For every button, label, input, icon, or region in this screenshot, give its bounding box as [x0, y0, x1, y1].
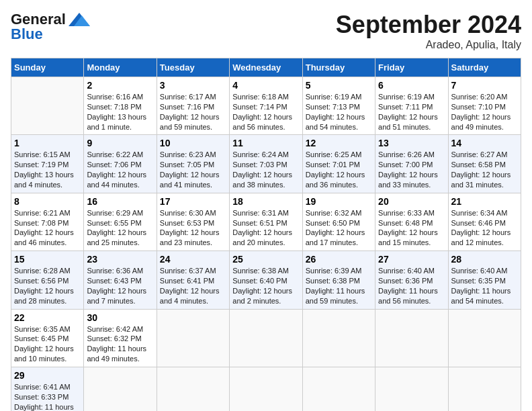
dow-monday: Monday [84, 58, 157, 77]
day-number: 1 [14, 138, 81, 148]
day-info: Sunrise: 6:16 AM Sunset: 7:18 PM Dayligh… [87, 92, 153, 132]
day-info: Sunrise: 6:27 AM Sunset: 6:58 PM Dayligh… [451, 150, 518, 189]
day-info: Sunrise: 6:32 AM Sunset: 6:50 PM Dayligh… [306, 208, 372, 248]
day-info: Sunrise: 6:17 AM Sunset: 7:16 PM Dayligh… [160, 92, 226, 132]
day-number: 23 [87, 254, 153, 265]
day-info: Sunrise: 6:23 AM Sunset: 7:05 PM Dayligh… [160, 150, 226, 189]
day-number: 21 [451, 196, 518, 207]
day-number: 15 [14, 254, 81, 265]
day-cell [448, 367, 521, 411]
day-cell: 14Sunrise: 6:27 AM Sunset: 6:58 PM Dayli… [448, 135, 521, 193]
day-number: 14 [451, 138, 518, 148]
day-number: 9 [87, 138, 153, 148]
day-cell: 7Sunrise: 6:20 AM Sunset: 7:10 PM Daylig… [448, 77, 521, 135]
day-number: 26 [306, 254, 372, 265]
day-info: Sunrise: 6:40 AM Sunset: 6:35 PM Dayligh… [451, 266, 518, 306]
dow-saturday: Saturday [448, 58, 521, 77]
location-subtitle: Aradeo, Apulia, Italy [336, 39, 521, 51]
day-cell: 29Sunrise: 6:41 AM Sunset: 6:33 PM Dayli… [11, 367, 84, 411]
day-cell: 1Sunrise: 6:15 AM Sunset: 7:19 PM Daylig… [11, 135, 84, 193]
day-cell: 25Sunrise: 6:38 AM Sunset: 6:40 PM Dayli… [230, 251, 302, 309]
logo-blue: Blue [11, 26, 43, 43]
day-info: Sunrise: 6:39 AM Sunset: 6:38 PM Dayligh… [306, 266, 372, 306]
logo: General Blue [11, 11, 90, 43]
day-cell: 3Sunrise: 6:17 AM Sunset: 7:16 PM Daylig… [157, 77, 229, 135]
day-info: Sunrise: 6:33 AM Sunset: 6:48 PM Dayligh… [378, 208, 445, 248]
title-block: September 2024 Aradeo, Apulia, Italy [336, 11, 521, 51]
page-header: General Blue September 2024 Aradeo, Apul… [11, 11, 521, 51]
day-number: 6 [378, 80, 445, 91]
day-number: 24 [160, 254, 226, 265]
day-cell: 30Sunrise: 6:42 AM Sunset: 6:32 PM Dayli… [84, 309, 157, 367]
day-info: Sunrise: 6:34 AM Sunset: 6:46 PM Dayligh… [451, 208, 518, 248]
day-cell: 11Sunrise: 6:24 AM Sunset: 7:03 PM Dayli… [230, 135, 302, 193]
day-cell: 9Sunrise: 6:22 AM Sunset: 7:06 PM Daylig… [84, 135, 157, 193]
day-info: Sunrise: 6:22 AM Sunset: 7:06 PM Dayligh… [87, 150, 153, 189]
day-number: 11 [232, 138, 299, 148]
day-cell [157, 367, 229, 411]
calendar-table: SundayMondayTuesdayWednesdayThursdayFrid… [11, 58, 521, 411]
day-cell: 18Sunrise: 6:31 AM Sunset: 6:51 PM Dayli… [230, 193, 302, 250]
day-cell: 5Sunrise: 6:19 AM Sunset: 7:13 PM Daylig… [302, 77, 375, 135]
day-cell: 16Sunrise: 6:29 AM Sunset: 6:55 PM Dayli… [84, 193, 157, 250]
week-row-5: 29Sunrise: 6:41 AM Sunset: 6:33 PM Dayli… [11, 367, 521, 411]
day-cell [11, 77, 84, 135]
day-number: 25 [232, 254, 299, 265]
day-cell: 4Sunrise: 6:18 AM Sunset: 7:14 PM Daylig… [230, 77, 302, 135]
day-info: Sunrise: 6:19 AM Sunset: 7:13 PM Dayligh… [306, 92, 372, 132]
day-info: Sunrise: 6:25 AM Sunset: 7:01 PM Dayligh… [306, 150, 372, 189]
day-cell: 23Sunrise: 6:36 AM Sunset: 6:43 PM Dayli… [84, 251, 157, 309]
day-info: Sunrise: 6:26 AM Sunset: 7:00 PM Dayligh… [378, 150, 445, 189]
day-cell: 19Sunrise: 6:32 AM Sunset: 6:50 PM Dayli… [302, 193, 375, 250]
day-info: Sunrise: 6:42 AM Sunset: 6:32 PM Dayligh… [87, 324, 153, 364]
day-number: 16 [87, 196, 153, 207]
day-number: 18 [232, 196, 299, 207]
dow-tuesday: Tuesday [157, 58, 229, 77]
day-info: Sunrise: 6:37 AM Sunset: 6:41 PM Dayligh… [160, 266, 226, 306]
day-number: 2 [87, 80, 153, 91]
day-cell: 13Sunrise: 6:26 AM Sunset: 7:00 PM Dayli… [375, 135, 448, 193]
day-number: 17 [160, 196, 226, 207]
day-cell [230, 309, 302, 367]
day-number: 29 [14, 370, 81, 381]
day-number: 28 [451, 254, 518, 265]
day-info: Sunrise: 6:20 AM Sunset: 7:10 PM Dayligh… [451, 92, 518, 132]
day-cell: 10Sunrise: 6:23 AM Sunset: 7:05 PM Dayli… [157, 135, 229, 193]
day-cell: 27Sunrise: 6:40 AM Sunset: 6:36 PM Dayli… [375, 251, 448, 309]
day-number: 30 [87, 312, 153, 323]
day-cell: 2Sunrise: 6:16 AM Sunset: 7:18 PM Daylig… [84, 77, 157, 135]
day-info: Sunrise: 6:18 AM Sunset: 7:14 PM Dayligh… [232, 92, 299, 132]
day-info: Sunrise: 6:21 AM Sunset: 7:08 PM Dayligh… [14, 208, 81, 248]
day-cell [157, 309, 229, 367]
day-cell: 15Sunrise: 6:28 AM Sunset: 6:56 PM Dayli… [11, 251, 84, 309]
day-info: Sunrise: 6:19 AM Sunset: 7:11 PM Dayligh… [378, 92, 445, 132]
day-cell [375, 309, 448, 367]
day-number: 12 [306, 138, 372, 148]
day-cell: 12Sunrise: 6:25 AM Sunset: 7:01 PM Dayli… [302, 135, 375, 193]
dow-friday: Friday [375, 58, 448, 77]
day-cell: 17Sunrise: 6:30 AM Sunset: 6:53 PM Dayli… [157, 193, 229, 250]
week-row-1: 1Sunrise: 6:15 AM Sunset: 7:19 PM Daylig… [11, 135, 521, 193]
day-cell: 21Sunrise: 6:34 AM Sunset: 6:46 PM Dayli… [448, 193, 521, 250]
day-number: 27 [378, 254, 445, 265]
day-cell [230, 367, 302, 411]
day-info: Sunrise: 6:28 AM Sunset: 6:56 PM Dayligh… [14, 266, 81, 306]
day-number: 13 [378, 138, 445, 148]
day-cell: 24Sunrise: 6:37 AM Sunset: 6:41 PM Dayli… [157, 251, 229, 309]
day-info: Sunrise: 6:38 AM Sunset: 6:40 PM Dayligh… [232, 266, 299, 306]
day-number: 8 [14, 196, 81, 207]
day-cell [448, 309, 521, 367]
day-cell: 20Sunrise: 6:33 AM Sunset: 6:48 PM Dayli… [375, 193, 448, 250]
dow-wednesday: Wednesday [230, 58, 302, 77]
day-cell [302, 309, 375, 367]
dow-sunday: Sunday [11, 58, 84, 77]
day-number: 10 [160, 138, 226, 148]
day-cell: 26Sunrise: 6:39 AM Sunset: 6:38 PM Dayli… [302, 251, 375, 309]
day-info: Sunrise: 6:30 AM Sunset: 6:53 PM Dayligh… [160, 208, 226, 248]
day-cell: 22Sunrise: 6:35 AM Sunset: 6:45 PM Dayli… [11, 309, 84, 367]
dow-thursday: Thursday [302, 58, 375, 77]
day-info: Sunrise: 6:24 AM Sunset: 7:03 PM Dayligh… [232, 150, 299, 189]
week-row-0: 2Sunrise: 6:16 AM Sunset: 7:18 PM Daylig… [11, 77, 521, 135]
day-info: Sunrise: 6:29 AM Sunset: 6:55 PM Dayligh… [87, 208, 153, 248]
day-number: 20 [378, 196, 445, 207]
